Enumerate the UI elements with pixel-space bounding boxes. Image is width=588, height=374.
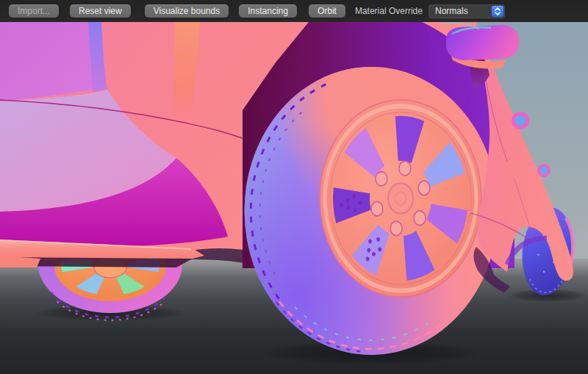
material-override-label: Material Override (355, 6, 423, 16)
toolbar: Import... Reset view Visualize bounds In… (0, 0, 588, 22)
up-down-chevrons-icon (492, 6, 503, 17)
instancing-button[interactable]: Instancing (239, 4, 297, 18)
material-override-value: Normals (429, 6, 468, 16)
visualize-bounds-button[interactable]: Visualize bounds (145, 4, 229, 18)
front-left-rim (320, 100, 481, 297)
model-viewer-window: Import... Reset view Visualize bounds In… (0, 0, 588, 374)
door-panel (0, 22, 93, 101)
import-button[interactable]: Import... (9, 4, 59, 18)
model-canvas (0, 22, 588, 374)
material-override-dropdown[interactable]: Normals (429, 4, 505, 18)
viewport-3d[interactable] (0, 22, 588, 374)
reset-view-button[interactable]: Reset view (70, 4, 131, 18)
orbit-button[interactable]: Orbit (309, 4, 345, 18)
center-cap (388, 183, 413, 213)
